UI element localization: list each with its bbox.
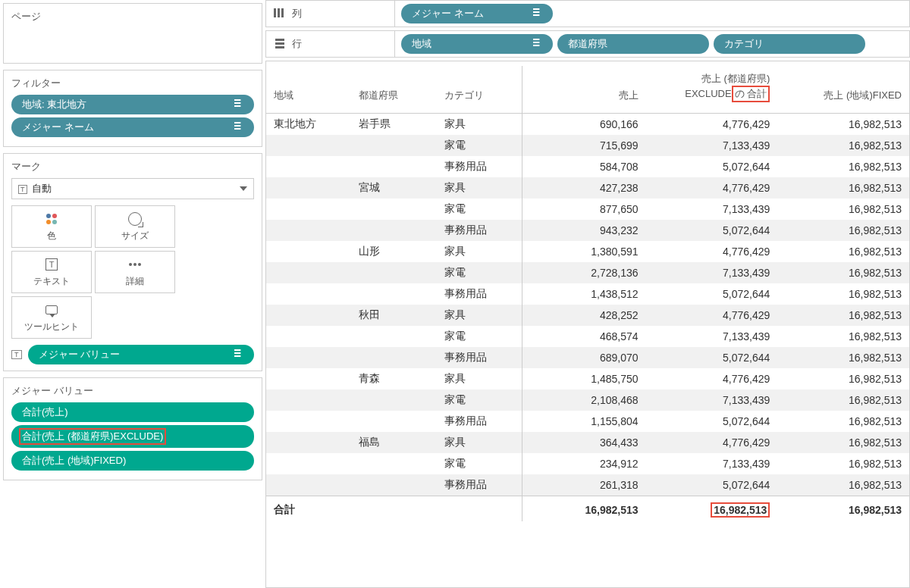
rows-pill-prefecture[interactable]: 都道府県 [557,34,709,54]
table-row[interactable]: 家電468,5747,133,43916,982,513 [266,326,909,347]
mark-text-button[interactable]: T テキスト [11,251,92,293]
cell-region [266,453,351,474]
cell-region [266,177,351,199]
cell-exclude: 5,072,644 [646,156,778,177]
cell-prefecture: 岩手県 [351,114,436,136]
mark-type-select[interactable]: T自動 [11,178,254,199]
crosstab-view: 地域 都道府県 カテゴリ 売上 売上 (都道府県) EXCLUDE の 合計 売… [265,61,910,588]
marks-card: マーク T自動 色 サイズ T テキスト [3,153,262,371]
marks-measure-values-pill[interactable]: メジャー バリュー [28,345,255,364]
table-row[interactable]: 宮城家具427,2384,776,42916,982,513 [266,177,909,199]
cell-region [266,241,351,262]
pages-shelf[interactable]: ページ [3,3,262,64]
rows-pill-category[interactable]: カテゴリ [714,34,865,54]
cell-sales: 1,438,512 [522,283,645,305]
table-row[interactable]: 事務用品1,438,5125,072,64416,982,513 [266,283,909,305]
filter-pill-measure-names[interactable]: メジャー ネーム [11,117,254,137]
cell-prefecture: 秋田 [351,305,436,326]
columns-pill-measure-names[interactable]: メジャー ネーム [401,4,553,23]
highlighted-header-text: の 合計 [732,86,770,102]
cell-fixed: 16,982,513 [777,220,909,241]
cell-category: 家具 [437,305,522,326]
cell-region [266,347,351,368]
mark-tooltip-button[interactable]: ツールヒント [11,296,92,339]
table-row[interactable]: 事務用品689,0705,072,64416,982,513 [266,347,909,368]
table-row[interactable]: 家電877,6507,133,43916,982,513 [266,199,909,220]
cell-category: 事務用品 [437,220,522,241]
cell-category: 家電 [437,262,522,283]
cell-exclude: 5,072,644 [646,474,778,496]
detail-icon [127,257,143,272]
cell-exclude: 7,133,439 [646,453,778,474]
rows-pill-region[interactable]: 地域 [401,34,553,54]
cell-region [266,199,351,220]
mark-size-button[interactable]: サイズ [95,205,175,248]
cell-category: 家具 [437,241,522,262]
measure-value-pill[interactable]: 合計(売上) [11,402,254,422]
cell-exclude: 5,072,644 [646,347,778,368]
table-row[interactable]: 秋田家具428,2524,776,42916,982,513 [266,305,909,326]
table-row[interactable]: 家電715,6997,133,43916,982,513 [266,135,909,156]
cell-prefecture [351,453,436,474]
table-row[interactable]: 事務用品943,2325,072,64416,982,513 [266,220,909,241]
cell-category: 事務用品 [437,411,522,432]
measure-value-pill-exclude[interactable]: 合計(売上 (都道府県)EXCLUDE) [11,425,254,448]
filter-pill-region[interactable]: 地域: 東北地方 [11,95,254,114]
table-row[interactable]: 家電2,728,1367,133,43916,982,513 [266,262,909,283]
cell-exclude: 4,776,429 [646,241,778,262]
rows-shelf[interactable]: 行 地域 都道府県 カテゴリ [265,30,910,58]
measure-value-pill[interactable]: 合計(売上 (地域)FIXED) [11,451,254,471]
table-row[interactable]: 事務用品584,7085,072,64416,982,513 [266,156,909,177]
pill-label: メジャー バリュー [39,348,121,361]
cell-fixed: 16,982,513 [777,199,909,220]
mark-type-label: 自動 [32,183,52,194]
cell-region [266,305,351,326]
cell-fixed: 16,982,513 [777,241,909,262]
cell-sales: 690,166 [522,114,645,136]
cell-prefecture [351,156,436,177]
pill-label: 合計(売上) [22,405,68,419]
cell-prefecture [351,326,436,347]
sort-icon [234,349,246,360]
table-row[interactable]: 山形家具1,380,5914,776,42916,982,513 [266,241,909,262]
table-row[interactable]: 事務用品1,155,8045,072,64416,982,513 [266,411,909,432]
cell-fixed: 16,982,513 [777,453,909,474]
color-icon [44,211,59,227]
table-row[interactable]: 青森家具1,485,7504,776,42916,982,513 [266,368,909,389]
col-header-fixed: 売上 (地域)FIXED [777,66,909,114]
mark-btn-label: 色 [47,230,56,242]
cell-region [266,411,351,432]
mark-color-button[interactable]: 色 [11,205,92,248]
cell-category: 家具 [437,432,522,453]
col-header-region: 地域 [266,66,351,114]
cell-region [266,156,351,177]
text-mark-indicator-icon: T [11,350,22,359]
filter-pill-label: メジャー ネーム [22,120,94,134]
marks-title: マーク [11,160,254,174]
cell-sales: 261,318 [522,474,645,496]
cell-category: 家電 [437,453,522,474]
table-row[interactable]: 家電2,108,4687,133,43916,982,513 [266,389,909,411]
cell-prefecture [351,262,436,283]
table-row[interactable]: 福島家具364,4334,776,42916,982,513 [266,432,909,453]
cell-sales: 689,070 [522,347,645,368]
mark-detail-button[interactable]: 詳細 [95,251,175,293]
cell-fixed: 16,982,513 [777,305,909,326]
columns-label: 列 [292,7,302,20]
cell-total-fixed: 16,982,513 [777,496,909,522]
cell-category: 家具 [437,177,522,199]
table-row[interactable]: 家電234,9127,133,43916,982,513 [266,453,909,474]
filters-shelf[interactable]: フィルター 地域: 東北地方 メジャー ネーム [3,70,262,147]
cell-category: 事務用品 [437,347,522,368]
text-mark-icon: T [18,185,27,194]
cell-region: 東北地方 [266,114,351,136]
table-row[interactable]: 東北地方岩手県家具690,1664,776,42916,982,513 [266,114,909,136]
size-icon [127,211,143,227]
table-row[interactable]: 事務用品261,3185,072,64416,982,513 [266,474,909,496]
cell-exclude: 7,133,439 [646,135,778,156]
cell-exclude: 5,072,644 [646,411,778,432]
cell-sales: 2,728,136 [522,262,645,283]
cell-exclude: 4,776,429 [646,368,778,389]
pill-label: 都道府県 [568,37,607,51]
columns-shelf[interactable]: 列 メジャー ネーム [265,0,910,27]
